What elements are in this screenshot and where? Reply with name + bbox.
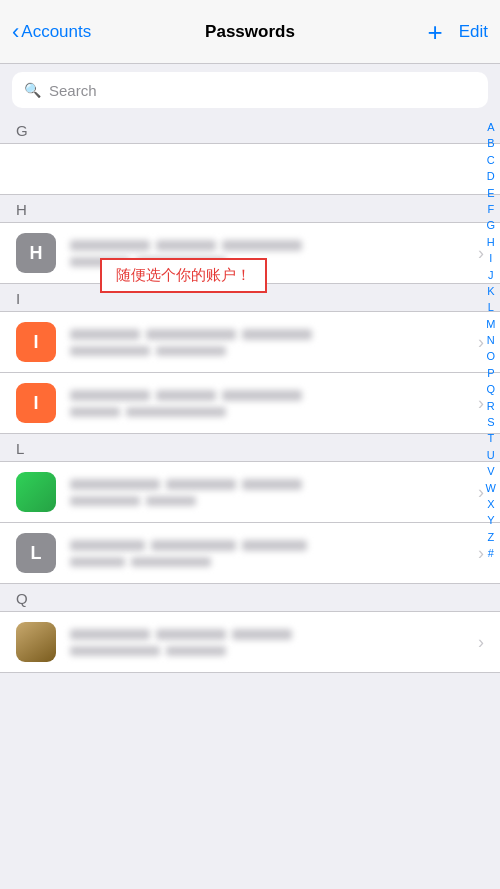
chevron-right-icon: › [478,332,484,353]
item-content [70,329,478,356]
index-letter-x[interactable]: X [486,497,496,512]
section-header-h: H [0,195,500,222]
index-letter-e[interactable]: E [486,186,496,201]
chevron-right-icon: › [478,632,484,653]
add-button[interactable]: + [428,19,443,45]
list-item[interactable]: › [0,612,500,672]
blurred-subtitle [126,407,226,417]
index-letter-a[interactable]: A [486,120,496,135]
index-letter-u[interactable]: U [486,448,496,463]
list-item[interactable]: I › [0,312,500,373]
chevron-right-icon: › [478,393,484,414]
item-content [70,540,478,567]
index-letter-d[interactable]: D [486,169,496,184]
section-header-q: Q [0,584,500,611]
index-letter-f[interactable]: F [486,202,496,217]
index-letter-o[interactable]: O [486,349,496,364]
list-item[interactable]: › [0,462,500,523]
blurred-title [146,329,236,340]
blurred-subtitle [70,346,150,356]
blurred-subtitle [70,496,140,506]
blurred-title [156,240,216,251]
chevron-right-icon: › [478,482,484,503]
index-letter-c[interactable]: C [486,153,496,168]
blurred-title [156,629,226,640]
blurred-title [242,540,307,551]
page-title: Passwords [205,22,295,42]
index-letter-w[interactable]: W [486,481,496,496]
item-content [70,629,478,656]
index-letter-v[interactable]: V [486,464,496,479]
index-letter-i[interactable]: I [486,251,496,266]
blurred-title [151,540,236,551]
chevron-right-icon: › [478,243,484,264]
annotation-text: 随便选个你的账户！ [116,266,251,283]
index-letter-m[interactable]: M [486,317,496,332]
passwords-list: G 随便选个你的账户！ H H [0,116,500,889]
index-letter-g[interactable]: G [486,218,496,233]
index-letter-t[interactable]: T [486,431,496,446]
index-letter-s[interactable]: S [486,415,496,430]
item-content [70,390,478,417]
annotation-callout: 随便选个你的账户！ [100,258,267,293]
blurred-title [222,390,302,401]
blurred-subtitle [146,496,196,506]
avatar: L [16,533,56,573]
chevron-right-icon: › [478,543,484,564]
index-letter-hash[interactable]: # [486,546,496,561]
blurred-title [242,329,312,340]
search-field[interactable]: 🔍 Search [12,72,488,108]
blurred-subtitle [131,557,211,567]
section-body-l: › L › [0,461,500,584]
index-letter-n[interactable]: N [486,333,496,348]
index-letter-p[interactable]: P [486,366,496,381]
nav-actions: + Edit [428,19,488,45]
blurred-title [70,540,145,551]
navigation-bar: ‹ Accounts Passwords + Edit [0,0,500,64]
avatar: H [16,233,56,273]
blurred-title [242,479,302,490]
blurred-subtitle [70,557,125,567]
blurred-title [70,629,150,640]
blurred-title [70,390,150,401]
edit-button[interactable]: Edit [459,22,488,42]
section-header-g: G [0,116,500,143]
list-item[interactable]: L › [0,523,500,583]
section-body-q: › [0,611,500,673]
list-item[interactable] [0,144,500,194]
blurred-title [166,479,236,490]
section-body-g: 随便选个你的账户！ [0,143,500,195]
index-letter-b[interactable]: B [486,136,496,151]
index-letter-z[interactable]: Z [486,530,496,545]
section-g: G 随便选个你的账户！ [0,116,500,195]
blurred-title [156,390,216,401]
back-button[interactable]: ‹ Accounts [12,19,91,45]
section-l: L › L [0,434,500,584]
avatar [16,472,56,512]
search-icon: 🔍 [24,82,41,98]
chevron-left-icon: ‹ [12,19,19,45]
section-q: Q › [0,584,500,673]
blurred-title [70,240,150,251]
blurred-title [70,329,140,340]
index-letter-y[interactable]: Y [486,513,496,528]
blurred-title [232,629,292,640]
index-letter-r[interactable]: R [486,399,496,414]
blurred-title [222,240,302,251]
section-body-i: I › I [0,311,500,434]
blurred-subtitle [166,646,226,656]
section-i: I I › I [0,284,500,434]
avatar [16,622,56,662]
blurred-subtitle [70,646,160,656]
blurred-subtitle [156,346,226,356]
index-sidebar: A B C D E F G H I J K L M N O P Q R S T … [486,120,496,562]
search-placeholder: Search [49,82,97,99]
index-letter-j[interactable]: J [486,268,496,283]
index-letter-q[interactable]: Q [486,382,496,397]
index-letter-h[interactable]: H [486,235,496,250]
section-header-l: L [0,434,500,461]
index-letter-l[interactable]: L [486,300,496,315]
search-bar: 🔍 Search [0,64,500,116]
index-letter-k[interactable]: K [486,284,496,299]
list-item[interactable]: I › [0,373,500,433]
